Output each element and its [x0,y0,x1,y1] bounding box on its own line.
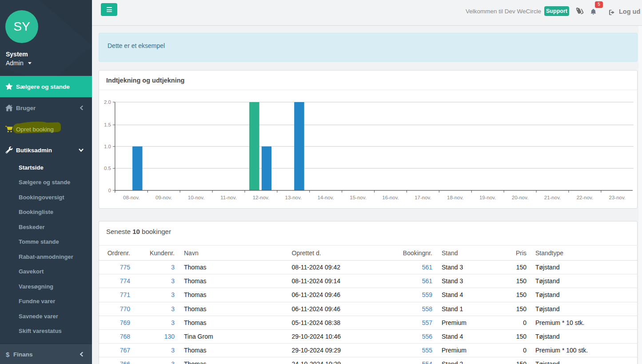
svg-text:2.0: 2.0 [104,99,111,105]
svg-text:0: 0 [108,188,111,193]
svg-text:17-nov.: 17-nov. [415,195,431,200]
svg-text:12-nov.: 12-nov. [253,195,270,200]
svg-text:1.0: 1.0 [104,144,111,149]
svg-text:22-nov.: 22-nov. [577,195,594,200]
svg-text:10-nov.: 10-nov. [188,195,205,200]
svg-text:11-nov.: 11-nov. [220,195,237,200]
svg-text:15-nov.: 15-nov. [350,195,367,200]
svg-text:13-nov.: 13-nov. [285,195,302,200]
svg-text:0.5: 0.5 [104,166,111,171]
svg-text:16-nov.: 16-nov. [382,195,399,200]
svg-text:20-nov.: 20-nov. [512,195,529,200]
svg-text:09-nov.: 09-nov. [156,195,172,200]
svg-text:08-nov.: 08-nov. [123,195,140,200]
svg-text:14-nov.: 14-nov. [317,195,334,200]
svg-text:19-nov.: 19-nov. [479,195,496,200]
svg-text:1.5: 1.5 [104,122,111,127]
svg-text:21-nov.: 21-nov. [544,195,561,200]
svg-text:18-nov.: 18-nov. [447,195,464,200]
svg-text:23-nov.: 23-nov. [609,195,626,200]
